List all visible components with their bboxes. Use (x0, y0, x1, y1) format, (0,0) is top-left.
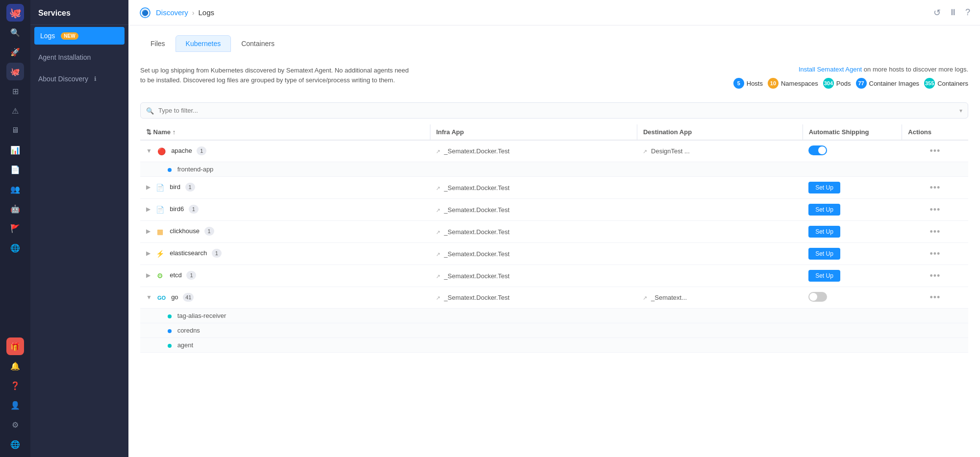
nav-people[interactable]: 👤 (6, 396, 24, 414)
filter-input[interactable] (140, 102, 968, 119)
nav-discovery[interactable]: 🐙 (6, 63, 24, 80)
etcd-setup-button[interactable]: Set Up (808, 270, 840, 282)
sidebar-item-agent-installation[interactable]: Agent Installation (30, 47, 128, 68)
nav-settings[interactable]: ⚙ (6, 416, 24, 433)
apache-actions-menu[interactable]: ••• (930, 146, 940, 156)
elasticsearch-icon: ⚡ (155, 249, 165, 259)
clickhouse-icon: ▦ (155, 227, 165, 237)
app-logo[interactable]: 🐙 (6, 4, 24, 22)
elasticsearch-actions-menu[interactable]: ••• (930, 249, 940, 259)
sidebar-item-logs-label: Logs (40, 32, 55, 40)
apache-auto-toggle[interactable] (808, 145, 827, 155)
elasticsearch-setup-button[interactable]: Set Up (808, 248, 840, 260)
etcd-infra-app[interactable]: _Sematext.Docker.Test (444, 272, 510, 280)
icon-bar: 🐙 🔍 🚀 🐙 ⊞ ⚠ 🖥 📊 📄 👥 🤖 🚩 🌐 🎁 🔔 ❓ 👤 ⚙ 🌐 (0, 0, 30, 457)
clickhouse-setup-button[interactable]: Set Up (808, 226, 840, 238)
install-suffix: on more hosts to discover more logs. (862, 66, 968, 73)
clickhouse-actions-menu[interactable]: ••• (930, 227, 940, 237)
apache-infra-app[interactable]: _Sematext.Docker.Test (444, 147, 510, 155)
nav-help[interactable]: ❓ (6, 377, 24, 394)
row-expander-go[interactable]: ▼ (146, 294, 152, 301)
apache-dest-app[interactable]: DesignTest ... (651, 147, 690, 155)
sort-icon[interactable]: ⇅ (146, 128, 151, 136)
table-row-child: agent (140, 338, 968, 353)
col-header-name: ⇅ Name ↑ (140, 124, 430, 140)
nav-rocket[interactable]: 🚀 (6, 43, 24, 61)
apache-count: 1 (197, 146, 206, 155)
go-name: go (171, 293, 178, 301)
question-icon[interactable]: ? (965, 7, 970, 18)
clickhouse-infra-app[interactable]: _Sematext.Docker.Test (444, 228, 510, 236)
go-dest-app[interactable]: _Sematext... (651, 294, 687, 301)
bird6-infra-ext-icon: ↗ (436, 207, 440, 213)
nav-language[interactable]: 🌐 (6, 435, 24, 453)
col-header-dest: Destination App (637, 124, 803, 140)
pods-count: 304 (823, 78, 834, 89)
stat-container-images: 77 Container Images (856, 78, 920, 89)
apache-icon: 🔴 (157, 146, 167, 156)
sidebar-item-logs[interactable]: Logs NEW (34, 27, 125, 45)
install-info: Install Sematext Agent on more hosts to … (799, 66, 968, 73)
go-infra-app[interactable]: _Sematext.Docker.Test (444, 294, 510, 301)
row-expander-elasticsearch[interactable]: ▶ (146, 250, 151, 257)
tab-containers[interactable]: Containers (231, 35, 285, 52)
bird-infra-app[interactable]: _Sematext.Docker.Test (444, 184, 510, 192)
etcd-actions-menu[interactable]: ••• (930, 271, 940, 281)
refresh-icon[interactable]: ↺ (933, 7, 941, 18)
bird-actions-menu[interactable]: ••• (930, 183, 940, 192)
nav-gift[interactable]: 🎁 (6, 337, 24, 355)
elasticsearch-infra-app[interactable]: _Sematext.Docker.Test (444, 250, 510, 258)
nav-monitor[interactable]: 🖥 (6, 121, 24, 139)
main-content: 🔵 Discovery › Logs ↺ ⏸ ? Files Kubernete… (128, 0, 980, 457)
install-link[interactable]: Install Sematext Agent (799, 66, 862, 73)
go-auto-toggle[interactable] (808, 292, 827, 302)
bird-infra-ext-icon: ↗ (436, 185, 440, 191)
sidebar-item-logs-badge: NEW (61, 32, 78, 40)
go-child-coredns: coredns (177, 327, 200, 334)
go-count: 41 (183, 293, 194, 302)
stat-containers: 355 Containers (924, 78, 968, 89)
etcd-count: 1 (186, 271, 196, 280)
breadcrumb-current: Logs (199, 8, 215, 17)
breadcrumb-link[interactable]: Discovery (156, 8, 188, 17)
nav-grid[interactable]: ⊞ (6, 82, 24, 100)
tab-kubernetes[interactable]: Kubernetes (176, 35, 231, 52)
elasticsearch-name: elasticsearch (170, 249, 207, 257)
bird6-setup-button[interactable]: Set Up (808, 204, 840, 216)
row-expander-etcd[interactable]: ▶ (146, 272, 151, 279)
bird-setup-button[interactable]: Set Up (808, 182, 840, 193)
sidebar-item-about-discovery[interactable]: About Discovery ℹ (30, 68, 128, 90)
topbar-actions: ↺ ⏸ ? (933, 7, 970, 18)
row-expander-apache[interactable]: ▼ (146, 147, 152, 154)
nav-file[interactable]: 📄 (6, 161, 24, 178)
row-expander-bird6[interactable]: ▶ (146, 206, 151, 213)
nav-chart[interactable]: 📊 (6, 141, 24, 159)
nav-alert[interactable]: ⚠ (6, 102, 24, 120)
apache-infra-ext-icon: ↗ (436, 148, 440, 154)
table-row: ▶ ⚙ etcd 1 ↗ _Sematext.Docker.Test Set U… (140, 265, 968, 287)
nav-team[interactable]: 👥 (6, 180, 24, 198)
namespaces-count: 10 (768, 78, 779, 89)
go-actions-menu[interactable]: ••• (930, 292, 940, 302)
nav-search[interactable]: 🔍 (6, 24, 24, 41)
nav-flag[interactable]: 🚩 (6, 219, 24, 237)
bird6-infra-app[interactable]: _Sematext.Docker.Test (444, 206, 510, 214)
pause-icon[interactable]: ⏸ (949, 7, 957, 18)
row-expander-clickhouse[interactable]: ▶ (146, 228, 151, 235)
nav-bell[interactable]: 🔔 (6, 357, 24, 375)
etcd-infra-ext-icon: ↗ (436, 273, 440, 279)
child-dot (168, 168, 172, 172)
nav-globe[interactable]: 🌐 (6, 239, 24, 257)
apache-child-name: frontend-app (177, 166, 214, 173)
clickhouse-name: clickhouse (170, 227, 200, 235)
table-row: ▶ ⚡ elasticsearch 1 ↗ _Sematext.Docker.T… (140, 243, 968, 265)
stats-row: 5 Hosts 10 Namespaces 304 Pods 77 Contai… (733, 78, 968, 89)
tab-files[interactable]: Files (140, 35, 176, 52)
bird-icon: 📄 (155, 183, 165, 192)
bird6-actions-menu[interactable]: ••• (930, 205, 940, 215)
elasticsearch-infra-ext-icon: ↗ (436, 251, 440, 257)
nav-bot[interactable]: 🤖 (6, 200, 24, 217)
row-expander-bird[interactable]: ▶ (146, 184, 151, 191)
sidebar-title: Services (30, 0, 128, 25)
stat-pods: 304 Pods (823, 78, 851, 89)
